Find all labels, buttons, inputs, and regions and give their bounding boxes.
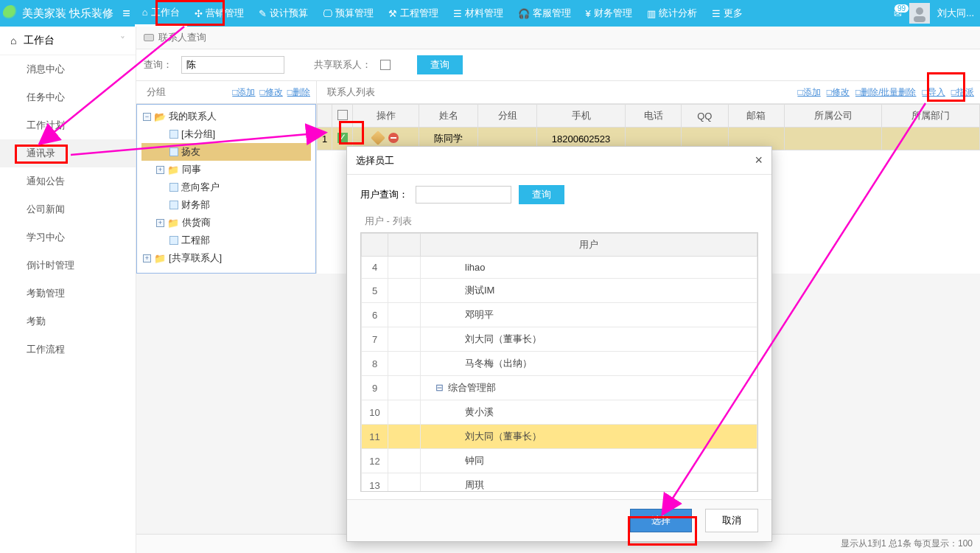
nav-icon: 🖵 <box>323 8 332 19</box>
user-name: 钟同 <box>421 449 757 473</box>
user-table: 用户 4lihao5测试IM6邓明平7刘大同（董事长）8马冬梅（出纳）9⊟综合管… <box>361 233 757 492</box>
user-row[interactable]: 9⊟综合管理部 <box>362 376 757 400</box>
select-all-checkbox[interactable] <box>337 110 348 120</box>
user-row[interactable]: 4lihao <box>362 257 757 279</box>
user-row[interactable]: 5测试IM <box>362 279 757 303</box>
list-link[interactable]: □导入 <box>923 86 945 99</box>
share-checkbox[interactable] <box>380 60 391 70</box>
user-idx: 13 <box>362 473 388 493</box>
group-link[interactable]: □添加 <box>232 86 255 99</box>
tree-item[interactable]: 扬友 <box>141 143 311 161</box>
user-row[interactable]: 11刘大同（董事长） <box>362 425 757 449</box>
nav-icon: ✎ <box>259 8 267 19</box>
username-label[interactable]: 刘大同... <box>937 7 974 20</box>
tree-item[interactable]: 财务部 <box>141 196 311 214</box>
nav-2[interactable]: ✎设计预算 <box>251 0 315 27</box>
col-4: 分组 <box>478 105 537 128</box>
nav-label: 工程管理 <box>400 7 438 20</box>
sidebar-item-2[interactable]: 工作计划 <box>0 111 136 139</box>
user-row[interactable]: 8马冬梅（出纳） <box>362 352 757 376</box>
nav-label: 材料管理 <box>465 7 503 20</box>
col-6: 电话 <box>626 105 682 128</box>
search-button[interactable]: 查询 <box>417 55 463 74</box>
sidebar-item-1[interactable]: 任务中心 <box>0 83 136 111</box>
avatar[interactable] <box>909 3 930 24</box>
user-row[interactable]: 12钟同 <box>362 449 757 473</box>
sidebar-item-8[interactable]: 考勤管理 <box>0 279 136 307</box>
group-title: 分组 <box>147 86 166 99</box>
tree-item[interactable]: 意向客户 <box>141 178 311 196</box>
main-nav: ⌂工作台✣营销管理✎设计预算🖵预算管理⚒工程管理☰材料管理🎧客服管理¥财务管理▥… <box>135 0 750 27</box>
nav-7[interactable]: ¥财务管理 <box>578 0 640 27</box>
nav-3[interactable]: 🖵预算管理 <box>315 0 381 27</box>
tree-item[interactable]: +📁同事 <box>141 161 311 178</box>
group-panel: 分组 □添加□修改□删除 −📂我的联系人 [未分组] 扬友 +📁同事 意向客户 … <box>136 81 317 274</box>
nav-5[interactable]: ☰材料管理 <box>446 0 511 27</box>
modal-cancel-button[interactable]: 取消 <box>705 509 758 532</box>
nav-icon: 🎧 <box>518 8 530 19</box>
modal-ok-button[interactable]: 选择 <box>630 509 692 532</box>
user-row[interactable]: 13周琪 <box>362 473 757 493</box>
delete-icon[interactable] <box>388 133 399 143</box>
group-link[interactable]: □修改 <box>260 86 283 99</box>
nav-9[interactable]: ☰更多 <box>704 0 750 27</box>
list-link[interactable]: □添加 <box>797 86 820 99</box>
nav-8[interactable]: ▥统计分析 <box>640 0 704 27</box>
sidebar-head[interactable]: ⌂ 工作台 ˅ <box>0 27 136 55</box>
user-name: lihao <box>421 257 757 279</box>
nav-1[interactable]: ✣营销管理 <box>187 0 251 27</box>
sidebar-item-5[interactable]: 公司新闻 <box>0 195 136 223</box>
sidebar-item-4[interactable]: 通知公告 <box>0 167 136 195</box>
sidebar-item-9[interactable]: 考勤 <box>0 307 136 335</box>
nav-label: 预算管理 <box>335 7 374 20</box>
sidebar-item-0[interactable]: 消息中心 <box>0 55 136 83</box>
search-input[interactable] <box>181 56 284 74</box>
user-idx: 12 <box>362 449 388 473</box>
edit-icon[interactable] <box>371 131 385 145</box>
contact-table: 操作姓名分组手机电话QQ邮箱所属公司所属部门 1 陈同学 18200602523 <box>317 104 980 150</box>
sidebar-item-6[interactable]: 学习中心 <box>0 223 136 251</box>
tree-item[interactable]: +📁供货商 <box>141 214 311 232</box>
list-link[interactable]: □修改 <box>827 86 850 99</box>
nav-6[interactable]: 🎧客服管理 <box>511 0 578 27</box>
group-tree: −📂我的联系人 [未分组] 扬友 +📁同事 意向客户 财务部 +📁供货商 工程部… <box>136 104 316 274</box>
tree-root[interactable]: −📂我的联系人 <box>141 108 311 125</box>
hamburger-icon[interactable]: ≡ <box>118 6 135 21</box>
sidebar-item-3[interactable]: 通讯录 <box>0 139 136 167</box>
user-idx: 4 <box>362 257 388 279</box>
sidebar-item-10[interactable]: 工作流程 <box>0 335 136 364</box>
modal-list-title: 用户 - 列表 <box>365 215 412 228</box>
nav-0[interactable]: ⌂工作台 <box>135 0 187 27</box>
user-row[interactable]: 6邓明平 <box>362 303 757 327</box>
logo-icon <box>3 5 19 21</box>
col-9: 所属公司 <box>784 105 882 128</box>
sidebar: ⌂ 工作台 ˅ 消息中心任务中心工作计划通讯录通知公告公司新闻学习中心倒计时管理… <box>0 27 136 553</box>
close-icon[interactable]: × <box>755 153 763 168</box>
user-row[interactable]: 7刘大同（董事长） <box>362 327 757 352</box>
user-name: ⊟综合管理部 <box>421 376 757 400</box>
nav-label: 更多 <box>724 7 743 20</box>
tree-item[interactable]: 工程部 <box>141 232 311 249</box>
user-row[interactable]: 10黄小溪 <box>362 400 757 425</box>
tree-shared[interactable]: +📁[共享联系人] <box>141 249 311 267</box>
nav-4[interactable]: ⚒工程管理 <box>381 0 446 27</box>
tree-item[interactable]: [未分组] <box>141 125 311 143</box>
nav-label: 客服管理 <box>533 7 571 20</box>
user-idx: 11 <box>362 425 388 449</box>
mail-icon[interactable]: ✉99 <box>894 8 902 19</box>
list-link[interactable]: □指派 <box>951 86 974 99</box>
brand-text: 美美家装 快乐装修 <box>22 7 113 21</box>
modal-search-button[interactable]: 查询 <box>519 185 564 204</box>
nav-label: 设计预算 <box>270 7 308 20</box>
list-link[interactable]: □删除/批量删除 <box>855 86 917 99</box>
col-5: 手机 <box>537 105 626 128</box>
sidebar-item-7[interactable]: 倒计时管理 <box>0 251 136 279</box>
row-index: 1 <box>318 128 332 150</box>
group-link[interactable]: □删除 <box>287 86 310 99</box>
nav-icon: ▥ <box>647 8 656 19</box>
nav-label: 营销管理 <box>206 7 244 20</box>
modal-search-input[interactable] <box>416 186 511 204</box>
user-name: 黄小溪 <box>421 400 757 425</box>
col-0 <box>318 105 332 128</box>
row-checkbox[interactable] <box>337 133 348 143</box>
